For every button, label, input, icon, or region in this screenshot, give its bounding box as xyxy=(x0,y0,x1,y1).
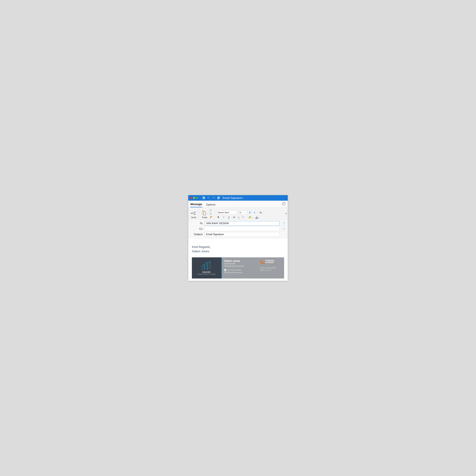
ribbon-tabs: Message Options ? xyxy=(188,201,288,207)
paste-button[interactable]: ⌄ xyxy=(201,210,208,216)
save-icon[interactable] xyxy=(202,196,205,200)
instagram-icon xyxy=(224,272,226,273)
strikethrough-button[interactable]: ab xyxy=(233,216,236,219)
font-name-value: Avenir Next xyxy=(218,211,229,214)
highlight-button[interactable]: ⌄ xyxy=(249,216,253,219)
svg-rect-11 xyxy=(210,213,211,215)
help-icon[interactable]: ? xyxy=(282,202,285,205)
superscript-button[interactable]: x2 xyxy=(242,216,244,219)
heard-logo-icon xyxy=(201,261,213,270)
signature-greeting: Kind Regards, Dalton Jones xyxy=(192,245,284,254)
redo-icon[interactable] xyxy=(212,196,215,200)
svg-point-10 xyxy=(211,210,212,211)
svg-rect-19 xyxy=(284,228,285,229)
close-window-button[interactable] xyxy=(190,197,192,199)
tab-options[interactable]: Options xyxy=(206,202,216,207)
font-group: Avenir Next⌄ 11⌄ Aˆ Aˇ A B I U ab x2 x2 xyxy=(216,208,263,219)
svg-rect-17 xyxy=(284,223,285,224)
font-size-select[interactable]: 11⌄ xyxy=(238,210,247,215)
svg-rect-20 xyxy=(284,229,285,229)
signature-name: Dalton Jones xyxy=(224,259,257,262)
svg-rect-14 xyxy=(260,213,261,214)
grow-font-button[interactable]: Aˆ xyxy=(248,211,252,214)
bold-button[interactable]: B xyxy=(217,216,220,219)
svg-text:a: a xyxy=(262,261,263,263)
clear-formatting-button[interactable]: A xyxy=(259,211,262,214)
svg-point-9 xyxy=(210,210,210,211)
window-controls xyxy=(190,197,198,199)
signature-phone: 0400 000 000 xyxy=(224,263,257,265)
to-label: To: xyxy=(190,222,203,225)
format-painter-icon[interactable] xyxy=(209,216,212,219)
carpentry-australia-logo: a Carpentry Australia OUR TRADE ■ OUR FU… xyxy=(260,259,282,264)
font-size-value: 11 xyxy=(239,211,241,214)
brand-name-2: CONSTRUCTIONS xyxy=(198,273,216,275)
signature-card: HEARD CONSTRUCTIONS Dalton Jones 0400 00… xyxy=(192,257,284,278)
minimize-window-button[interactable] xyxy=(193,197,195,199)
print-icon[interactable] xyxy=(217,196,220,200)
ribbon-overflow-button[interactable]: ▶ xyxy=(286,213,287,214)
signature-accreditation: a Carpentry Australia OUR TRADE ■ OUR FU… xyxy=(260,257,284,278)
svg-rect-0 xyxy=(203,197,204,198)
svg-rect-18 xyxy=(284,228,285,228)
signature-logo-panel: HEARD CONSTRUCTIONS xyxy=(192,257,221,278)
font-name-select[interactable]: Avenir Next⌄ xyxy=(217,210,237,215)
font-color-button[interactable]: A ⌄ xyxy=(255,216,260,219)
cc-input[interactable] xyxy=(204,227,279,231)
signature-facebook: f Heard Constructions xyxy=(224,269,257,271)
greeting-line2: Dalton Jones xyxy=(192,249,284,254)
header-fields: To: Cc: Subject: xyxy=(188,220,288,238)
subscript-button[interactable]: x2 xyxy=(238,216,240,219)
svg-rect-15 xyxy=(284,222,285,223)
send-group: Send xyxy=(189,208,198,219)
svg-rect-1 xyxy=(203,198,204,199)
titlebar: Email Signature... xyxy=(188,195,288,201)
copy-icon[interactable] xyxy=(209,212,212,215)
send-button[interactable] xyxy=(191,211,197,216)
message-body[interactable]: Kind Regards, Dalton Jones HEARD CONSTRU… xyxy=(188,238,288,281)
compose-window: Email Signature... Message Options ? Sen… xyxy=(188,195,288,281)
svg-rect-16 xyxy=(284,223,285,223)
paste-group: ⌄ Paste xyxy=(200,208,213,219)
brand-name-1: HEARD xyxy=(203,271,211,273)
greeting-line1: Kind Regards, xyxy=(192,245,284,249)
facebook-icon: f xyxy=(224,269,226,271)
tab-message[interactable]: Message xyxy=(190,202,202,207)
maximize-window-button[interactable] xyxy=(196,197,198,199)
undo-icon[interactable] xyxy=(207,196,210,200)
svg-rect-8 xyxy=(204,212,206,215)
cc-label: Cc: xyxy=(190,227,203,230)
ribbon: Send ⌄ Paste Avenir Next⌄ xyxy=(188,207,288,220)
signature-tagline: 'Professional & Courteous' xyxy=(224,265,257,267)
svg-rect-7 xyxy=(203,211,204,211)
signature-details: Dalton Jones 0400 000 000 'Professional … xyxy=(222,257,260,278)
to-addressbook-button[interactable] xyxy=(281,221,286,225)
cut-icon[interactable] xyxy=(209,208,212,211)
italic-button[interactable]: I xyxy=(222,216,225,219)
subject-input[interactable] xyxy=(204,232,279,237)
to-input[interactable] xyxy=(204,221,279,225)
qualification-text: CA111 111QUALIFIED xyxy=(260,267,282,269)
cc-addressbook-button[interactable] xyxy=(281,227,286,231)
abn-text: ABN 11 111 111 xyxy=(260,269,282,271)
paste-label: Paste xyxy=(202,216,207,219)
ca-logo-icon: a xyxy=(260,260,265,264)
send-label: Send xyxy=(191,216,196,219)
underline-button[interactable]: U xyxy=(227,216,230,219)
subject-label: Subject: xyxy=(190,233,203,236)
signature-instagram: @heardconstructions xyxy=(224,272,257,273)
shrink-font-button[interactable]: Aˇ xyxy=(253,211,257,214)
window-title: Email Signature... xyxy=(222,196,245,200)
